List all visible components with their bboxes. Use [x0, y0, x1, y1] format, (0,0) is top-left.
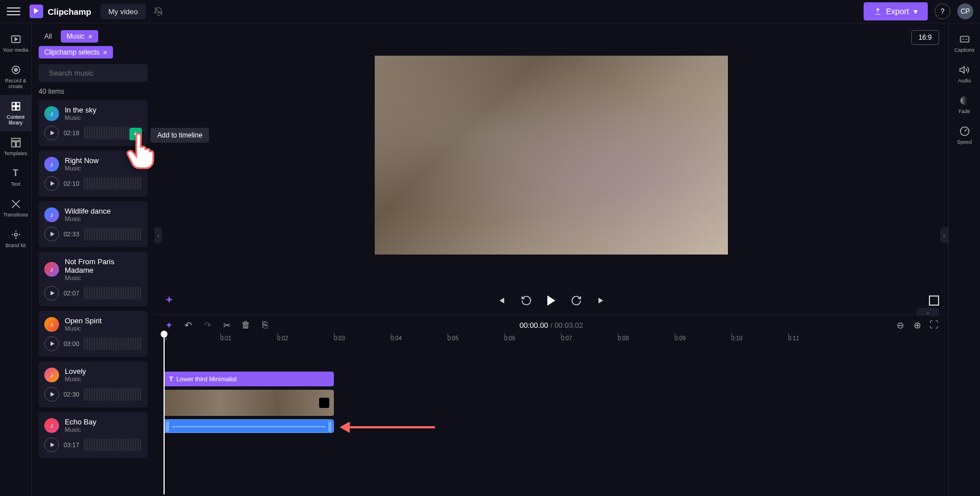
play-preview-button[interactable]	[44, 387, 59, 402]
play-button[interactable]	[546, 295, 557, 306]
add-tooltip: Add to timeline	[150, 128, 209, 143]
undo-button[interactable]: ↶	[183, 320, 193, 330]
sync-icon[interactable]	[153, 6, 164, 17]
ruler-tick: 0:01	[220, 335, 231, 341]
timeline-collapse-toggle[interactable]: ⌄	[916, 308, 939, 316]
ruler-tick: 0:07	[561, 335, 572, 341]
timeline: ⌄ ✦ ↶ ↷ ✂ 🗑 ⎘ 00:00.00 / 00:03.02 ⊖ ⊕ ⛶ …	[154, 314, 948, 496]
play-preview-button[interactable]	[44, 437, 59, 452]
track-subtitle: Music	[65, 215, 142, 222]
track-name: Wildlife dance	[65, 207, 142, 215]
aspect-ratio-button[interactable]: 16:9	[911, 30, 939, 45]
add-icon[interactable]: ✦	[164, 320, 174, 330]
rail-record-create[interactable]: Record & create	[0, 59, 31, 95]
track-subtitle: Music	[65, 376, 142, 382]
help-button[interactable]: ?	[935, 3, 950, 19]
title-clip[interactable]: T Lower third Minimalist	[164, 372, 334, 386]
rail-templates[interactable]: Templates	[0, 131, 31, 162]
rail-captions[interactable]: Captions	[949, 28, 980, 59]
rail-your-media[interactable]: Your media	[0, 28, 31, 59]
timecode: 00:00.00 / 00:03.02	[520, 321, 583, 330]
music-track[interactable]: ♪Echo BayMusic03:17	[39, 412, 148, 458]
track-name: Open Spirit	[65, 316, 142, 325]
zoom-in-button[interactable]: ⊕	[912, 320, 922, 330]
play-preview-button[interactable]	[44, 126, 59, 140]
music-track[interactable]: ♪LovelyMusic02:30	[39, 361, 148, 407]
waveform	[84, 287, 142, 299]
play-preview-button[interactable]	[44, 286, 59, 301]
skip-back-button[interactable]	[496, 295, 507, 306]
video-title[interactable]: My video	[100, 4, 146, 19]
delete-button[interactable]: 🗑	[241, 320, 251, 330]
ruler-tick: 0:11	[788, 335, 799, 341]
chip-all[interactable]: All	[39, 30, 57, 43]
track-name: In the sky	[65, 106, 142, 114]
avatar[interactable]: CP	[957, 3, 973, 19]
play-preview-button[interactable]	[44, 336, 59, 351]
waveform	[84, 177, 142, 190]
rail-audio[interactable]: Audio	[949, 59, 980, 89]
music-track[interactable]: ♪Not From Paris MadameMusic02:07	[39, 252, 148, 306]
play-preview-button[interactable]	[44, 176, 59, 191]
fullscreen-button[interactable]	[929, 295, 939, 306]
track-subtitle: Music	[65, 274, 142, 281]
search-input[interactable]	[39, 64, 148, 82]
skip-forward-button[interactable]	[596, 295, 607, 306]
rail-text[interactable]: TText	[0, 162, 31, 193]
logo-icon	[30, 5, 43, 18]
rail-brand-kit[interactable]: Brand kit	[0, 223, 31, 254]
music-icon: ♪	[44, 262, 59, 277]
app-logo[interactable]: Clipchamp	[30, 5, 91, 18]
track-duration: 03:17	[64, 441, 79, 448]
svg-rect-4	[12, 102, 15, 106]
timeline-ruler[interactable]: 00:010:020:030:040:050:060:070:080:090:1…	[164, 335, 948, 349]
track-duration: 02:10	[64, 180, 79, 187]
forward-button[interactable]	[571, 295, 582, 306]
video-canvas[interactable]	[375, 56, 728, 255]
app-name: Clipchamp	[48, 7, 91, 16]
chip-clipchamp-selects[interactable]: Clipchamp selects✕	[39, 46, 113, 59]
search-field[interactable]	[49, 69, 144, 77]
rail-transitions[interactable]: Transitions	[0, 193, 31, 223]
rail-content-library[interactable]: Content library	[0, 95, 31, 131]
rail-fade[interactable]: Fade	[949, 89, 980, 120]
svg-point-3	[14, 69, 17, 72]
timeline-tracks[interactable]: T Lower third Minimalist	[164, 349, 948, 496]
music-icon: ♪	[44, 207, 59, 222]
ai-icon[interactable]	[164, 295, 175, 306]
waveform	[84, 439, 142, 451]
playhead[interactable]	[164, 335, 165, 494]
svg-rect-7	[16, 107, 19, 110]
right-panel-expand-toggle[interactable]: ‹	[940, 227, 948, 243]
zoom-out-button[interactable]: ⊖	[895, 320, 905, 330]
copy-button[interactable]: ⎘	[260, 320, 270, 330]
close-icon[interactable]: ✕	[88, 34, 93, 40]
music-track[interactable]: ♪Wildlife danceMusic02:33	[39, 201, 148, 247]
ruler-tick: 0:04	[391, 335, 401, 341]
rewind-button[interactable]	[521, 295, 532, 306]
audio-clip[interactable]	[164, 419, 334, 433]
ruler-tick: 0:06	[504, 335, 515, 341]
cut-button[interactable]: ✂	[221, 320, 232, 330]
music-track[interactable]: ♪Open SpiritMusic03:00	[39, 311, 148, 357]
panel-collapse-toggle[interactable]: ‹	[154, 227, 162, 243]
rail-speed[interactable]: Speed	[949, 120, 980, 151]
item-count: 40 items	[39, 87, 148, 95]
zoom-fit-button[interactable]: ⛶	[929, 320, 939, 330]
play-preview-button[interactable]	[44, 227, 59, 241]
header: Clipchamp My video Export ▾ ? CP	[0, 0, 980, 23]
redo-button[interactable]: ↷	[202, 320, 212, 330]
close-icon[interactable]: ✕	[103, 49, 107, 56]
chip-music[interactable]: Music✕	[61, 30, 98, 43]
annotation-arrow	[340, 422, 435, 433]
svg-point-14	[960, 97, 969, 105]
export-button[interactable]: Export ▾	[864, 2, 928, 20]
music-icon: ♪	[44, 106, 59, 121]
music-icon: ♪	[44, 317, 59, 332]
menu-button[interactable]	[7, 5, 20, 18]
video-clip[interactable]	[164, 390, 334, 416]
waveform	[84, 228, 142, 240]
waveform	[84, 337, 142, 350]
music-icon: ♪	[44, 418, 59, 433]
svg-rect-13	[960, 36, 969, 42]
